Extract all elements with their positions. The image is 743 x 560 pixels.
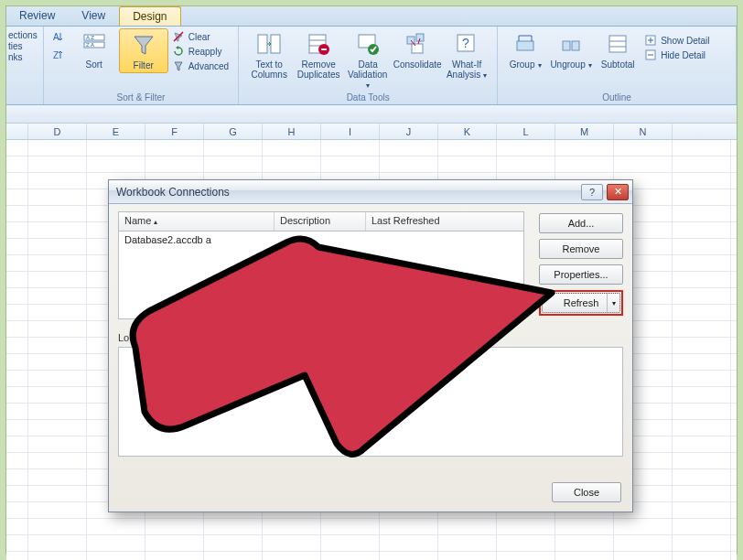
show-detail-button[interactable]: Show Detail <box>644 34 709 47</box>
clear-icon <box>172 30 185 43</box>
data-tools-group-label: Data Tools <box>244 92 491 104</box>
minus-icon <box>644 48 657 61</box>
refresh-button[interactable]: Refresh ▾ <box>542 293 620 313</box>
advanced-label: Advanced <box>188 61 229 71</box>
consolidate-icon <box>404 30 431 58</box>
col-h-blank <box>6 124 28 139</box>
sort-label: Sort <box>86 59 102 70</box>
svg-text:A Z: A Z <box>86 35 94 40</box>
whatif-label: What-If Analysis ▾ <box>447 59 487 80</box>
svg-rect-23 <box>609 36 626 52</box>
sort-button[interactable]: A ZZ A Sort <box>70 28 119 71</box>
col-h[interactable]: G <box>204 124 263 139</box>
connections-item[interactable]: ections <box>8 30 38 40</box>
list-item[interactable]: Database2.accdb a <box>124 234 518 245</box>
chevron-down-icon[interactable]: ▾ <box>607 294 619 312</box>
connections-list[interactable]: Database2.accdb a <box>118 232 524 319</box>
add-button[interactable]: Add... <box>539 213 623 233</box>
group-label: Group ▾ <box>510 59 542 70</box>
svg-text:Z A: Z A <box>86 42 94 48</box>
subtotal-label: Subtotal <box>601 59 635 70</box>
consolidate-label: Consolidate <box>393 59 442 70</box>
remove-button[interactable]: Remove <box>539 239 623 259</box>
svg-text:?: ? <box>462 36 469 50</box>
workbook-connections-dialog: Workbook Connections ? ✕ Name ▴ Descript… <box>108 179 633 512</box>
reapply-label: Reapply <box>188 47 222 57</box>
connections-list-header: Name ▴ Description Last Refreshed <box>118 211 524 232</box>
col-h[interactable]: D <box>28 124 87 139</box>
col-name[interactable]: Name ▴ <box>119 212 275 231</box>
group-button[interactable]: Group ▾ <box>503 28 547 71</box>
sort-desc-button[interactable]: Z <box>53 48 66 61</box>
refresh-highlight: Refresh ▾ <box>539 290 623 316</box>
reapply-icon <box>172 45 185 58</box>
col-h[interactable]: M <box>555 124 614 139</box>
filter-icon <box>130 31 157 59</box>
filter-button[interactable]: Filter <box>119 28 168 73</box>
svg-rect-22 <box>572 41 579 50</box>
clear-button[interactable]: Clear <box>172 30 229 43</box>
sort-asc-icon: A <box>53 30 66 43</box>
svg-text:A: A <box>53 32 59 42</box>
show-detail-label: Show Detail <box>661 36 709 46</box>
data-validation-icon <box>354 30 382 58</box>
consolidate-button[interactable]: Consolidate <box>393 28 442 71</box>
sort-asc-button[interactable]: A <box>53 30 66 43</box>
help-button[interactable]: ? <box>581 184 603 200</box>
chevron-down-icon: ▾ <box>587 61 592 70</box>
hide-detail-button[interactable]: Hide Detail <box>644 48 709 61</box>
tab-view[interactable]: View <box>69 6 119 26</box>
group-icon <box>511 30 539 58</box>
close-icon[interactable]: ✕ <box>607 184 629 200</box>
properties-item[interactable]: ties <box>8 41 38 51</box>
remove-duplicates-button[interactable]: Remove Duplicates <box>294 28 343 81</box>
subtotal-button[interactable]: Subtotal <box>595 28 641 71</box>
locations-list[interactable] <box>118 347 623 457</box>
chevron-down-icon: ▾ <box>366 81 370 90</box>
group-label <box>8 92 38 104</box>
text-to-columns-icon <box>255 30 283 58</box>
dialog-titlebar[interactable]: Workbook Connections ? ✕ <box>109 180 632 204</box>
svg-rect-20 <box>517 41 533 50</box>
advanced-icon <box>172 59 185 72</box>
col-h[interactable]: J <box>380 124 438 139</box>
col-h[interactable]: N <box>614 124 673 139</box>
whatif-button[interactable]: ? What-If Analysis ▾ <box>442 28 491 81</box>
data-validation-label: Data Validation ▾ <box>345 59 391 90</box>
close-button[interactable]: Close <box>552 482 621 502</box>
ungroup-icon <box>557 30 585 58</box>
col-h[interactable]: K <box>438 124 497 139</box>
data-validation-button[interactable]: Data Validation ▾ <box>343 28 393 92</box>
properties-button[interactable]: Properties... <box>539 264 623 285</box>
column-headers: D E F G H I J K L M N <box>6 124 737 140</box>
svg-rect-7 <box>258 35 267 53</box>
tab-design[interactable]: Design <box>119 6 180 26</box>
col-h[interactable]: E <box>87 124 145 139</box>
svg-rect-8 <box>271 35 280 53</box>
col-h[interactable]: L <box>497 124 555 139</box>
tab-review[interactable]: Review <box>6 6 69 26</box>
advanced-button[interactable]: Advanced <box>172 59 229 72</box>
locations-label: Locations where <box>118 332 524 343</box>
refresh-label: Refresh <box>564 297 599 308</box>
svg-rect-17 <box>412 44 423 53</box>
col-description[interactable]: Description <box>275 212 366 231</box>
chevron-down-icon: ▾ <box>535 61 541 70</box>
remove-duplicates-label: Remove Duplicates <box>297 59 340 80</box>
text-to-columns-label: Text to Columns <box>251 59 286 80</box>
text-to-columns-button[interactable]: Text to Columns <box>244 28 294 81</box>
chevron-down-icon: ▾ <box>481 71 487 80</box>
hide-detail-label: Hide Detail <box>661 50 705 60</box>
reapply-button[interactable]: Reapply <box>172 45 229 58</box>
subtotal-icon <box>604 30 631 58</box>
ungroup-button[interactable]: Ungroup ▾ <box>547 28 595 71</box>
col-h[interactable]: H <box>263 124 321 139</box>
col-h[interactable]: F <box>145 124 204 139</box>
edit-links-item[interactable]: nks <box>8 52 38 62</box>
col-h[interactable]: I <box>321 124 380 139</box>
sort-icon: A ZZ A <box>81 30 108 58</box>
clear-label: Clear <box>188 32 210 42</box>
formula-bar-area <box>6 105 737 124</box>
ungroup-label: Ungroup ▾ <box>550 59 592 70</box>
col-last-refreshed[interactable]: Last Refreshed <box>366 212 523 231</box>
